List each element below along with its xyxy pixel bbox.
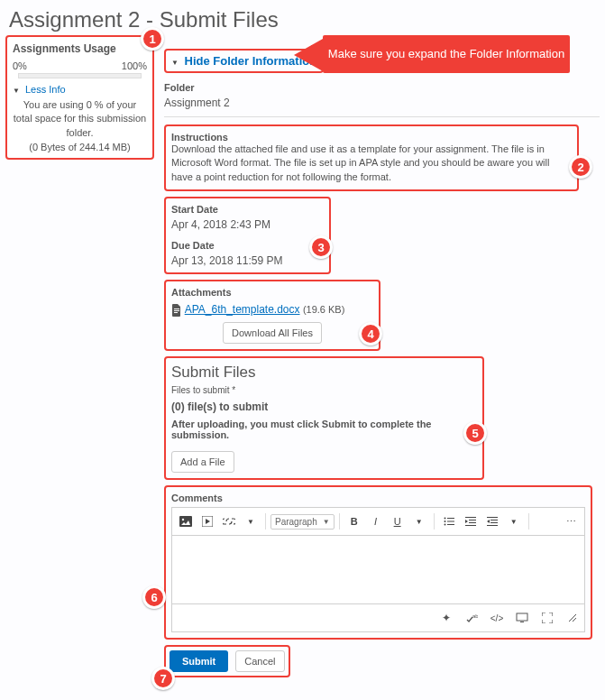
due-date-value: Apr 13, 2018 11:59 PM [171, 254, 324, 267]
attachments-label: Attachments [171, 287, 373, 298]
svg-rect-18 [517, 613, 527, 621]
svg-rect-9 [465, 517, 476, 518]
toolbar-separator [528, 513, 529, 530]
usage-bytes: (0 Bytes of 244.14 MB) [13, 142, 147, 152]
comments-label: Comments [171, 493, 585, 503]
list-bullet-icon[interactable] [439, 511, 459, 531]
marker-7: 7 [151, 667, 175, 690]
svg-text:ab: ab [472, 613, 478, 619]
svg-rect-13 [487, 517, 498, 518]
marker-5: 5 [463, 421, 487, 445]
marker-3: 3 [309, 235, 333, 259]
fullscreen-icon[interactable] [539, 610, 555, 626]
less-info-toggle[interactable]: ▼ Less Info [13, 84, 147, 95]
svg-rect-10 [469, 520, 476, 520]
resize-icon[interactable] [564, 610, 581, 626]
actions-section: Submit Cancel [164, 645, 290, 677]
callout-annotation: Make sure you expand the Folder Informat… [323, 35, 570, 73]
usage-bar [18, 73, 142, 78]
start-date-label: Start Date [171, 204, 324, 215]
files-count: (0) file(s) to submit [171, 401, 477, 413]
due-date-label: Due Date [171, 240, 324, 251]
folder-label: Folder [164, 82, 600, 93]
svg-rect-19 [520, 622, 524, 622]
cancel-button[interactable]: Cancel [235, 650, 284, 672]
attachment-link[interactable]: APA_6th_template.docx [185, 303, 300, 316]
insert-image-icon[interactable] [176, 511, 196, 531]
svg-rect-16 [487, 525, 498, 526]
insert-media-icon[interactable] [197, 511, 217, 531]
italic-icon[interactable]: I [366, 511, 386, 531]
add-file-button[interactable]: Add a File [171, 451, 234, 473]
chevron-down-icon: ▼ [323, 518, 330, 526]
usage-end: 100% [122, 60, 147, 71]
submit-files-section: Submit Files Files to submit * (0) file(… [164, 356, 484, 480]
indent-increase-icon[interactable] [482, 511, 502, 531]
html-source-icon[interactable]: </> [489, 610, 505, 626]
svg-rect-6 [447, 521, 454, 522]
svg-rect-14 [490, 520, 498, 520]
usage-text: You are using 0 % of your total space fo… [13, 98, 147, 140]
accessibility-icon[interactable]: ✦ [438, 610, 454, 626]
more-icon[interactable]: ⋯ [561, 511, 581, 531]
dates-section: Start Date Apr 4, 2018 2:43 PM Due Date … [164, 197, 331, 274]
comments-editor[interactable] [171, 536, 585, 604]
toolbar-separator [265, 513, 266, 530]
submit-heading: Submit Files [171, 364, 477, 382]
marker-6: 6 [142, 585, 166, 609]
svg-point-1 [182, 519, 184, 520]
insert-dropdown-icon[interactable]: ▼ [241, 511, 261, 531]
marker-4: 4 [359, 322, 382, 345]
usage-gauge: 0% 100% [13, 60, 147, 71]
svg-point-5 [444, 520, 445, 522]
svg-rect-15 [490, 522, 498, 523]
submit-warning: After uploading, you must click Submit t… [171, 419, 477, 440]
editor-toolbar: ▼ Paragraph ▼ B I U ▼ ▼ ⋯ [171, 507, 585, 536]
instructions-text: Download the attached file and use it as… [171, 143, 572, 184]
attachments-section: Attachments APA_6th_template.docx (19.6 … [164, 280, 380, 351]
svg-rect-12 [465, 525, 476, 526]
usage-heading: Assignments Usage [13, 42, 147, 55]
svg-rect-8 [447, 524, 454, 525]
download-all-button[interactable]: Download All Files [223, 322, 322, 344]
preview-icon[interactable] [514, 610, 530, 626]
divider [164, 116, 600, 117]
page-title: Assignment 2 - Submit Files [9, 7, 596, 32]
submit-button[interactable]: Submit [170, 650, 228, 672]
bold-icon[interactable]: B [344, 511, 364, 531]
marker-1: 1 [141, 27, 164, 51]
svg-rect-11 [469, 522, 476, 523]
svg-point-7 [444, 524, 445, 526]
caret-down-icon: ▼ [13, 87, 20, 95]
folder-value: Assignment 2 [164, 97, 600, 109]
less-info-label: Less Info [25, 84, 66, 95]
insert-link-icon[interactable] [219, 511, 239, 531]
underline-icon[interactable]: U [388, 511, 408, 531]
document-icon [171, 304, 182, 317]
toolbar-separator [339, 513, 340, 530]
svg-point-3 [444, 518, 445, 520]
instructions-label: Instructions [171, 132, 572, 143]
files-to-submit-label: Files to submit * [171, 385, 477, 395]
attachment-size: (19.6 KB) [303, 304, 344, 315]
svg-rect-4 [447, 518, 454, 519]
marker-2: 2 [569, 155, 592, 179]
assignments-usage-panel: Assignments Usage 0% 100% ▼ Less Info Yo… [5, 35, 154, 160]
paragraph-label: Paragraph [275, 517, 317, 527]
paragraph-select[interactable]: Paragraph ▼ [270, 514, 335, 530]
start-date-value: Apr 4, 2018 2:43 PM [171, 218, 324, 231]
usage-start: 0% [13, 60, 27, 71]
format-dropdown-icon[interactable]: ▼ [409, 511, 429, 531]
toolbar-separator [434, 513, 435, 530]
instructions-section: Instructions Download the attached file … [164, 124, 579, 191]
list-dropdown-icon[interactable]: ▼ [504, 511, 524, 531]
indent-decrease-icon[interactable] [461, 511, 481, 531]
caret-down-icon: ▼ [171, 59, 179, 67]
spellcheck-icon[interactable]: ab [463, 610, 480, 626]
svg-rect-0 [179, 516, 192, 527]
comments-section: Comments ▼ Paragraph ▼ B I U ▼ ▼ ⋯ [164, 485, 592, 640]
editor-footer: ✦ ab </> [171, 604, 585, 632]
